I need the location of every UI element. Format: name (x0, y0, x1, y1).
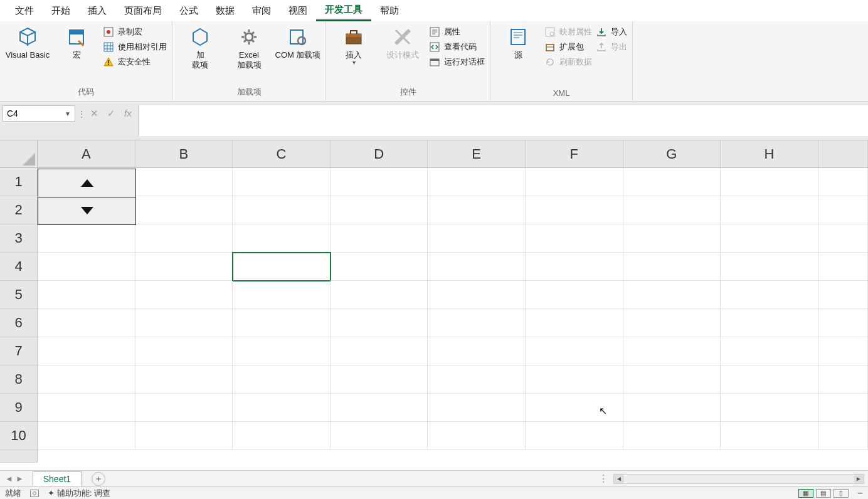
cell-D9[interactable] (331, 394, 428, 422)
row-header-1[interactable]: 1 (0, 168, 38, 196)
name-box[interactable]: C4 ▼ (3, 105, 75, 122)
cell-D7[interactable] (331, 337, 428, 365)
column-header-G[interactable]: G (623, 140, 721, 167)
spin-up-button[interactable] (38, 169, 135, 197)
cell-C5[interactable] (233, 281, 331, 309)
run-dialog-button[interactable]: 运行对话框 (429, 56, 485, 68)
cell-A3[interactable] (38, 224, 135, 253)
cell-H8[interactable] (721, 365, 818, 394)
macros-button[interactable]: 宏 (54, 24, 99, 60)
visual-basic-button[interactable]: Visual Basic (5, 24, 50, 60)
cell-F9[interactable] (526, 394, 623, 422)
cell-E7[interactable] (428, 337, 526, 365)
sheet-tab[interactable]: Sheet1 (33, 471, 82, 486)
tab-开发工具[interactable]: 开发工具 (316, 0, 371, 21)
sheet-next-button[interactable]: ► (16, 474, 24, 483)
tab-视图[interactable]: 视图 (280, 1, 316, 21)
spin-down-button[interactable] (38, 197, 135, 225)
cell-G4[interactable] (623, 253, 721, 281)
column-header-B[interactable]: B (135, 140, 233, 167)
cell-partial-2[interactable] (818, 196, 868, 224)
cell-E1[interactable] (428, 168, 526, 196)
normal-view-button[interactable]: ▦ (798, 489, 813, 498)
macro-record-status-icon[interactable] (30, 490, 39, 497)
cell-A9[interactable] (38, 394, 135, 422)
cell-H6[interactable] (721, 309, 818, 337)
tab-页面布局[interactable]: 页面布局 (115, 1, 171, 21)
cell-C7[interactable] (233, 337, 331, 365)
cell-F10[interactable] (526, 422, 623, 450)
cell-F8[interactable] (526, 365, 623, 394)
cell-E10[interactable] (428, 422, 526, 450)
cell-E3[interactable] (428, 224, 526, 253)
cell-B8[interactable] (135, 365, 233, 394)
cell-H3[interactable] (721, 224, 818, 253)
row-header-10[interactable]: 10 (0, 422, 38, 450)
hscroll-left-button[interactable]: ◄ (614, 475, 624, 483)
cell-C2[interactable] (233, 196, 331, 224)
tab-数据[interactable]: 数据 (207, 1, 243, 21)
cell-E5[interactable] (428, 281, 526, 309)
row-header-3[interactable]: 3 (0, 224, 38, 253)
tab-帮助[interactable]: 帮助 (371, 1, 408, 21)
cell-B4[interactable] (135, 253, 233, 281)
cell-H1[interactable] (721, 168, 818, 196)
cell-B6[interactable] (135, 309, 233, 337)
record-macro-button[interactable]: 录制宏 (103, 26, 167, 38)
cell-D8[interactable] (331, 365, 428, 394)
hscroll-grip[interactable]: ⋮ (598, 473, 608, 485)
cell-D4[interactable] (331, 253, 428, 281)
tab-审阅[interactable]: 审阅 (243, 1, 280, 21)
insert-function-button[interactable]: fx (124, 108, 132, 118)
cell-D10[interactable] (331, 422, 428, 450)
horizontal-scrollbar[interactable]: ◄ ► (613, 474, 864, 484)
com-addins-button[interactable]: COM 加载项 (275, 24, 320, 60)
sheet-prev-button[interactable]: ◄ (5, 474, 13, 483)
cell-C9[interactable] (233, 394, 331, 422)
cell-A6[interactable] (38, 309, 135, 337)
cell-H4[interactable] (721, 253, 818, 281)
cell-partial-5[interactable] (818, 281, 868, 309)
cell-C10[interactable] (233, 422, 331, 450)
row-header-8[interactable]: 8 (0, 365, 38, 394)
cell-C3[interactable] (233, 224, 331, 253)
macro-security-button[interactable]: 宏安全性 (103, 56, 167, 68)
cell-D1[interactable] (331, 168, 428, 196)
cell-partial-3[interactable] (818, 224, 868, 253)
cancel-formula-button[interactable]: ✕ (90, 108, 98, 119)
view-code-button[interactable]: 查看代码 (429, 41, 485, 53)
cell-C1[interactable] (233, 168, 331, 196)
cell-G3[interactable] (623, 224, 721, 253)
cell-H2[interactable] (721, 196, 818, 224)
cell-partial-1[interactable] (818, 168, 868, 196)
cell-B3[interactable] (135, 224, 233, 253)
chevron-down-icon[interactable]: ▼ (65, 110, 71, 117)
cell-F4[interactable] (526, 253, 623, 281)
spin-button-control[interactable] (38, 169, 136, 225)
cell-B9[interactable] (135, 394, 233, 422)
cell-F6[interactable] (526, 309, 623, 337)
column-header-E[interactable]: E (428, 140, 526, 167)
export-button[interactable]: 导出 (596, 41, 627, 53)
cell-H7[interactable] (721, 337, 818, 365)
add-sheet-button[interactable]: ＋ (92, 472, 105, 486)
column-header-F[interactable]: F (526, 140, 623, 167)
xml-source-button[interactable]: 源 (495, 24, 541, 60)
cell-E4[interactable] (428, 253, 526, 281)
column-header-C[interactable]: C (233, 140, 331, 167)
zoom-out-button[interactable]: − (857, 488, 863, 499)
row-header-6[interactable]: 6 (0, 309, 38, 337)
refresh-data-button[interactable]: 刷新数据 (544, 56, 592, 68)
select-all-corner[interactable] (0, 140, 38, 168)
properties-button[interactable]: 属性 (429, 26, 485, 38)
excel-addins-button[interactable]: Excel 加载项 (226, 24, 272, 71)
cell-A5[interactable] (38, 281, 135, 309)
row-header-7[interactable]: 7 (0, 337, 38, 365)
cell-H5[interactable] (721, 281, 818, 309)
cell-G10[interactable] (623, 422, 721, 450)
tab-文件[interactable]: 文件 (6, 1, 43, 21)
insert-control-button[interactable]: 插入▾ (331, 24, 376, 66)
cell-B10[interactable] (135, 422, 233, 450)
cell-G6[interactable] (623, 309, 721, 337)
cell-A8[interactable] (38, 365, 135, 394)
